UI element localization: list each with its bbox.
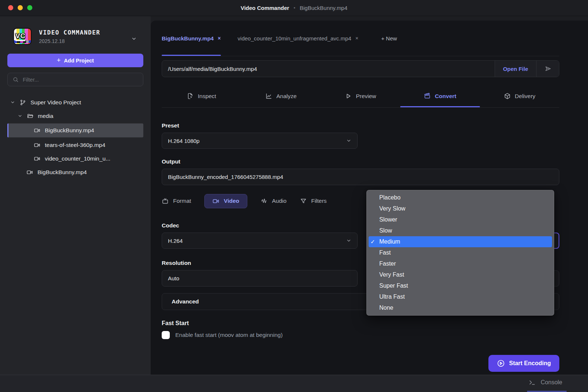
titlebar: Video Commander • BigBuckBunny.mp4 [0,0,588,16]
brand-name: VIDEO COMMANDER [39,29,100,36]
codec-label: Codec [162,222,358,229]
tree-item-project[interactable]: Super Video Project [0,96,151,109]
menu-item[interactable]: Very Fast [367,269,554,280]
encoder-preset-menu: Placebo Very Slow Slower Slow ✓Medium Fa… [366,190,554,316]
plus-icon: + [57,57,61,64]
start-encoding-label: Start Encoding [509,360,551,367]
terminal-icon [528,379,536,386]
close-icon[interactable]: × [355,35,358,41]
new-tab-button[interactable]: + New [381,35,397,42]
brand-header: VC VIDEO COMMANDER 2025.12.18 [0,16,151,45]
file-tab-label: video_counter_10min_unfragmented_avc.mp4 [238,35,351,42]
tree-item-label: video_counter_10min_u... [45,155,110,162]
project-tree: Super Video Project media BigBuckBunny.m… [0,96,151,179]
send-icon [544,65,552,72]
subtab-label: Filters [311,198,327,204]
tab-preview[interactable]: Preview [321,85,400,107]
tree-item-file[interactable]: tears-of-steel-360p.mp4 [0,138,151,152]
subtab-label: Format [173,198,191,204]
zoom-window-button[interactable] [27,5,32,10]
chart-line-icon [265,93,272,100]
menu-item-label: Slow [379,227,392,234]
waveform-icon [261,198,268,205]
subtab-audio[interactable]: Audio [261,198,287,205]
chevron-down-icon[interactable] [131,36,137,42]
menu-item-label: Slower [379,216,397,223]
menu-item[interactable]: Faster [367,258,554,269]
subtab-format[interactable]: Format [162,198,191,205]
fast-start-caption: Enable fast start (moov atom at beginnin… [175,332,283,338]
menu-item-selected[interactable]: ✓Medium [369,236,552,247]
preset-select[interactable]: H.264 1080p [162,133,358,149]
menu-item[interactable]: Super Fast [367,280,554,291]
file-tab[interactable]: video_counter_10min_unfragmented_avc.mp4… [238,21,359,56]
brand-version: 2025.12.18 [39,38,100,44]
menu-item[interactable]: Placebo [367,192,554,203]
logo-monogram: VC [15,32,25,41]
subtab-label: Video [224,198,239,204]
video-camera-icon [212,198,219,205]
fast-start-checkbox[interactable] [162,331,170,339]
filter-placeholder: Filter... [23,77,39,83]
load-file-button[interactable] [536,61,559,77]
file-tab[interactable]: BigBuckBunny.mp4 × [162,21,221,56]
file-tab-label: BigBuckBunny.mp4 [162,35,214,42]
close-window-button[interactable] [8,5,13,10]
start-encoding-button[interactable]: Start Encoding [488,355,559,372]
add-project-label: Add Project [64,58,94,64]
menu-item-label: Medium [379,238,400,245]
menu-item-label: Placebo [379,194,401,201]
tree-item-file[interactable]: video_counter_10min_u... [0,152,151,165]
chevron-down-icon [346,138,351,143]
clapperboard-icon [424,93,431,100]
sidebar: VC VIDEO COMMANDER 2025.12.18 + Add Proj… [0,16,151,375]
menu-item[interactable]: Slower [367,214,554,225]
video-camera-icon [34,155,40,162]
preset-label: Preset [162,122,559,129]
minimize-window-button[interactable] [18,5,23,10]
menu-item[interactable]: Ultra Fast [367,291,554,302]
subtab-filters[interactable]: Filters [300,198,327,205]
resolution-input[interactable]: Auto [162,270,358,287]
codec-select[interactable]: H.264 [162,233,358,249]
preset-value: H.264 1080p [168,138,200,144]
subtab-video[interactable]: Video [204,194,247,208]
menu-item-label: Ultra Fast [379,294,405,300]
tab-inspect[interactable]: Inspect [162,85,241,107]
chevron-down-icon[interactable] [18,114,22,118]
filter-input[interactable]: Filter... [7,73,143,86]
play-circle-icon [497,359,505,367]
menu-item[interactable]: Very Slow [367,203,554,214]
open-file-button[interactable]: Open File [495,61,536,77]
tree-item-label: BigBuckBunny.mp4 [45,127,94,134]
close-icon[interactable]: × [218,35,220,41]
tree-item-file[interactable]: BigBuckBunny.mp4 [0,165,151,179]
app-title: Video Commander [241,5,289,11]
folder-open-icon [27,113,33,119]
console-toggle[interactable]: Console [528,379,562,388]
window-controls [8,5,32,10]
menu-item[interactable]: None [367,302,554,313]
checkmark-icon: ✓ [370,238,379,245]
video-camera-icon [34,127,40,134]
file-cursor-icon [187,93,194,100]
output-filename-input[interactable]: BigBuckBunny_encoded_1766045275888.mp4 [162,169,559,185]
add-project-button[interactable]: + Add Project [7,54,143,67]
menu-item-label: Fast [379,249,391,256]
chevron-down-icon[interactable] [10,100,15,105]
menu-item[interactable]: Fast [367,247,554,258]
menu-item-label: None [379,305,393,311]
tab-analyze[interactable]: Analyze [241,85,320,107]
tab-delivery[interactable]: Delivery [480,85,559,107]
play-icon [345,93,352,100]
menu-item-label: Very Slow [379,205,405,212]
tab-label: Delivery [515,93,535,100]
file-path-input[interactable]: /Users/alf/media/BigBuckBunny.mp4 [162,61,495,77]
tree-item-media-folder[interactable]: media [0,109,151,123]
menu-item[interactable]: Slow [367,225,554,236]
project-branch-icon [19,99,26,106]
chevron-down-icon [346,238,351,243]
video-camera-icon [34,142,40,148]
tab-convert[interactable]: Convert [400,85,480,107]
tree-item-file-selected[interactable]: BigBuckBunny.mp4 [7,123,143,137]
